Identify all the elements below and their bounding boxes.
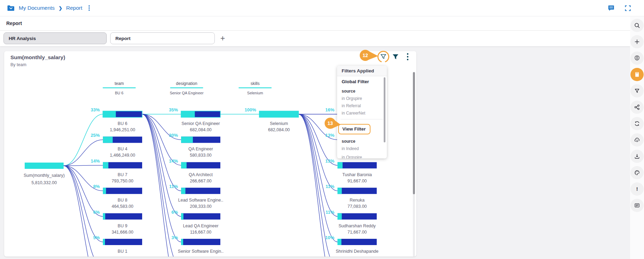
tree-node-label: BU 4 <box>118 147 128 151</box>
tree-node-label: Sudharshan Reddy <box>339 223 376 228</box>
tree-node-label: Selenium <box>270 121 288 126</box>
breadcrumb-kebab-icon[interactable] <box>89 5 90 11</box>
tab-hr-analysis[interactable]: HR Analysis <box>3 32 107 44</box>
tree-link <box>64 165 103 166</box>
toolbar-alert-icon-button[interactable]: ! <box>630 182 644 196</box>
filter-value: in CareerNet <box>342 111 365 116</box>
tree-node-bar-fill <box>337 213 342 220</box>
tree-link <box>64 114 103 166</box>
tree-root-bar[interactable] <box>25 163 64 169</box>
download-icon <box>634 153 640 159</box>
toolbar-filter-icon-button[interactable] <box>630 84 644 97</box>
breadcrumb: My Documents ❯ Report <box>7 5 90 11</box>
tree-node-percent: 30% <box>169 133 178 138</box>
tree-node-label: QA Architect <box>189 172 213 177</box>
tree-node-bar[interactable] <box>103 162 142 168</box>
tree-link <box>64 166 103 217</box>
toolbar-cloud-download-icon-button[interactable] <box>630 133 644 147</box>
toolbar-report-card-icon-button[interactable] <box>630 68 644 81</box>
tree-root-value: 5,810,332.00 <box>32 180 57 185</box>
fullscreen-icon[interactable] <box>625 5 631 11</box>
filters-applied-panel: Filters Applied Global Filter source in … <box>337 66 387 158</box>
tree-node-bar[interactable] <box>181 213 220 220</box>
tree-node-value: 266,667.00 <box>190 179 212 183</box>
tree-node-label: QA Engineer <box>188 147 213 151</box>
tree-node-bar-fill <box>181 239 183 245</box>
toolbar-search-icon-button[interactable] <box>630 19 644 32</box>
tree-node-bar-fill <box>103 111 116 117</box>
tree-node-value: 91,667.00 <box>348 179 367 183</box>
tree-node-percent: 3% <box>171 235 178 240</box>
annotation-badge-12: 12 <box>358 48 379 63</box>
chart-kebab-icon[interactable] <box>406 53 409 62</box>
view-title-row: Report <box>0 16 644 31</box>
tree-node-label: BU 7 <box>118 172 128 177</box>
tree-node-label: Renuka <box>350 198 365 203</box>
tree-node-percent: 100% <box>245 107 256 112</box>
tree-node-label: BU 9 <box>118 223 128 228</box>
tree-node-bar[interactable] <box>103 188 142 194</box>
tree-root-label: Sum(monthly_salary) <box>24 173 65 178</box>
theme-palette-icon <box>634 170 640 176</box>
tab-bar: HR AnalysisReport + <box>0 31 630 46</box>
toolbar-add-icon-button[interactable] <box>630 35 644 48</box>
filter-value: in Orgspire <box>342 96 362 101</box>
breadcrumb-chevron-icon: ❯ <box>58 6 62 11</box>
tree-node-value: 71,667.00 <box>348 230 367 235</box>
panel-scrollbar[interactable] <box>384 77 385 142</box>
alert-icon: ! <box>634 186 640 192</box>
tree-node-label: BU 1 <box>118 249 128 254</box>
column-header-underline <box>170 87 203 88</box>
view-filter-button[interactable]: View Filter <box>338 124 370 134</box>
filter-icon[interactable] <box>392 53 399 61</box>
tree-node-percent: 11% <box>169 184 178 189</box>
tree-node-percent: 14% <box>91 158 100 164</box>
toolbar-notes-icon-button[interactable] <box>630 199 644 212</box>
tree-node-bar[interactable] <box>337 213 377 220</box>
tree-node-bar-fill <box>181 111 195 117</box>
comments-icon[interactable] <box>608 5 614 11</box>
tree-node-bar[interactable] <box>337 162 377 168</box>
column-header-underline <box>239 87 272 88</box>
tab-report[interactable]: Report <box>110 32 215 44</box>
add-tab-button[interactable]: + <box>220 33 225 44</box>
folder-icon[interactable] <box>7 5 15 11</box>
tree-node-value: 682,084.00 <box>190 127 212 132</box>
column-header: designation <box>176 81 197 86</box>
tree-link <box>142 114 181 217</box>
breadcrumb-report[interactable]: Report <box>66 5 82 11</box>
tree-node-bar[interactable] <box>103 239 142 245</box>
tree-node-label: Senior QA Engineer <box>181 121 220 126</box>
toolbar-download-icon-button[interactable] <box>630 150 644 163</box>
filter-value: in Indeed <box>342 146 359 151</box>
chart-scrollbar[interactable] <box>413 72 415 257</box>
tree-node-value: 1,466,249.00 <box>110 153 135 158</box>
tree-node-bar[interactable] <box>337 188 377 194</box>
tree-node-bar-fill <box>337 162 343 168</box>
tree-node-bar-fill <box>259 111 299 117</box>
notes-icon <box>634 202 640 209</box>
tree-node-bar-fill <box>103 188 106 194</box>
column-header: skills <box>251 81 260 86</box>
tree-node-value: 77,083.00 <box>348 204 367 209</box>
ai-brain-icon <box>634 55 640 61</box>
divider <box>341 119 383 119</box>
toolbar-theme-palette-icon-button[interactable] <box>630 166 644 179</box>
tree-node-bar[interactable] <box>181 239 220 245</box>
tree-node-percent: 13% <box>325 133 334 138</box>
toolbar-share-icon-button[interactable] <box>630 101 644 114</box>
chart-scrollbar-thumb[interactable] <box>413 72 415 194</box>
tree-node-percent: 33% <box>91 107 100 112</box>
tree-node-bar[interactable] <box>181 162 220 168</box>
tree-node-percent: 11% <box>326 184 335 189</box>
tree-node-bar[interactable] <box>181 188 220 194</box>
tree-node-label: Senior Software Engin.. <box>178 249 223 254</box>
breadcrumb-my-documents[interactable]: My Documents <box>19 5 55 11</box>
toolbar-ai-brain-icon-button[interactable] <box>630 52 644 65</box>
toolbar-refresh-icon-button[interactable] <box>630 117 644 130</box>
tree-node-percent: 14% <box>169 158 178 164</box>
tree-node-percent: 11% <box>326 210 335 215</box>
tree-node-bar[interactable] <box>103 213 142 220</box>
tree-node-bar[interactable] <box>337 239 377 245</box>
tree-node-value: 580,833.00 <box>190 153 212 158</box>
